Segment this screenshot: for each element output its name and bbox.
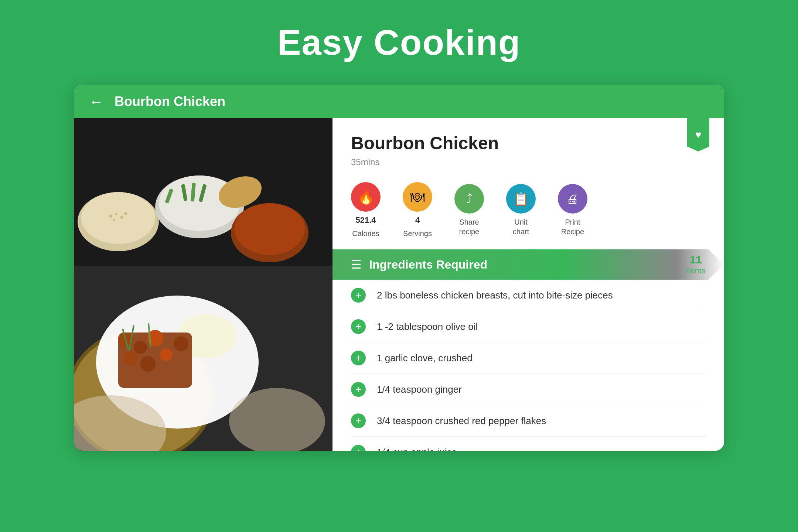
calories-stat[interactable]: 🔥 521.4 Calories: [351, 182, 381, 238]
back-button[interactable]: ←: [89, 94, 103, 109]
servings-value: 4: [415, 215, 420, 225]
svg-point-13: [174, 336, 188, 351]
list-item: + 1/4 cup apple juice: [351, 437, 706, 451]
svg-point-31: [115, 213, 117, 215]
ingredient-text: 2 lbs boneless chicken breasts, cut into…: [377, 290, 613, 301]
ingredient-text: 1 garlic clove, crushed: [377, 352, 473, 364]
recipe-panel: ♥ Bourbon Chicken 35mins 🔥 521.4 Calorie…: [332, 118, 724, 451]
ingredient-list: + 2 lbs boneless chicken breasts, cut in…: [332, 280, 724, 451]
list-item: + 1/4 teaspoon ginger: [351, 374, 706, 405]
share-icon: ⤴: [466, 192, 473, 206]
add-ingredient-button[interactable]: +: [351, 351, 366, 365]
svg-point-10: [124, 351, 138, 365]
ingredient-text: 1 -2 tablespoon olive oil: [377, 321, 478, 332]
svg-point-33: [113, 219, 115, 221]
add-ingredient-button[interactable]: +: [351, 319, 366, 334]
calories-label: Calories: [352, 229, 379, 238]
stats-row: 🔥 521.4 Calories 🍽 4 Servings ⤴: [332, 175, 724, 249]
svg-point-30: [109, 215, 112, 218]
list-item: + 1 garlic clove, crushed: [351, 342, 706, 374]
ingredient-text: 1/4 teaspoon ginger: [377, 384, 462, 395]
recipe-title-section: Bourbon Chicken 35mins: [332, 118, 724, 175]
ingredient-text: 1/4 cup apple juice: [377, 447, 457, 451]
recipe-card: ← Bourbon Chicken: [74, 85, 724, 451]
svg-point-12: [160, 348, 173, 361]
list-icon: ☰: [351, 258, 362, 272]
recipe-time: 35mins: [351, 157, 706, 167]
print-icon: 🖨: [566, 192, 579, 206]
svg-point-26: [235, 203, 305, 255]
add-ingredient-button[interactable]: +: [351, 445, 366, 451]
share-recipe-stat[interactable]: ⤴ Sharerecipe: [454, 184, 484, 236]
heart-icon: ♥: [695, 129, 702, 141]
bookmark-button[interactable]: ♥: [687, 118, 709, 151]
unit-icon-circle: 📋: [506, 184, 536, 214]
print-label: PrintRecipe: [561, 217, 584, 236]
add-ingredient-button[interactable]: +: [351, 288, 366, 303]
unit-label: Unitchart: [513, 217, 529, 236]
print-icon-circle: 🖨: [558, 184, 587, 214]
print-recipe-stat[interactable]: 🖨 PrintRecipe: [558, 184, 587, 236]
recipe-name: Bourbon Chicken: [351, 133, 706, 153]
calories-value: 521.4: [355, 215, 376, 225]
items-count-container: 11 Items: [686, 253, 706, 276]
share-icon-circle: ⤴: [454, 184, 484, 214]
items-count-label: Items: [686, 266, 706, 275]
chart-icon: 📋: [513, 191, 529, 206]
items-count-number: 11: [686, 253, 706, 266]
list-item: + 3/4 teaspoon crushed red pepper flakes: [351, 405, 706, 437]
servings-icon-circle: 🍽: [403, 182, 432, 212]
calories-icon-circle: 🔥: [351, 182, 381, 212]
food-image: [74, 118, 332, 451]
plate-icon: 🍽: [410, 189, 424, 205]
main-content: ♥ Bourbon Chicken 35mins 🔥 521.4 Calorie…: [74, 118, 724, 451]
list-item: + 2 lbs boneless chicken breasts, cut in…: [351, 280, 706, 311]
header-bar: ← Bourbon Chicken: [74, 85, 724, 118]
add-ingredient-button[interactable]: +: [351, 413, 366, 428]
svg-point-18: [81, 192, 155, 244]
servings-label: Servings: [403, 229, 432, 238]
ingredient-text: 3/4 teaspoon crushed red pepper flakes: [377, 415, 546, 427]
svg-point-8: [134, 341, 147, 354]
share-label: Sharerecipe: [459, 217, 479, 236]
header-recipe-name: Bourbon Chicken: [115, 94, 225, 109]
svg-point-32: [120, 216, 123, 219]
ingredients-header: ☰ Ingredients Required: [332, 249, 724, 280]
unit-chart-stat[interactable]: 📋 Unitchart: [506, 184, 536, 236]
list-item: + 1 -2 tablespoon olive oil: [351, 311, 706, 342]
servings-stat[interactable]: 🍽 4 Servings: [403, 182, 432, 238]
add-ingredient-button[interactable]: +: [351, 382, 366, 397]
flame-icon: 🔥: [357, 189, 375, 205]
ingredients-title: Ingredients Required: [369, 258, 487, 272]
svg-point-11: [140, 356, 156, 372]
app-title: Easy Cooking: [277, 22, 521, 63]
svg-point-34: [125, 212, 127, 215]
